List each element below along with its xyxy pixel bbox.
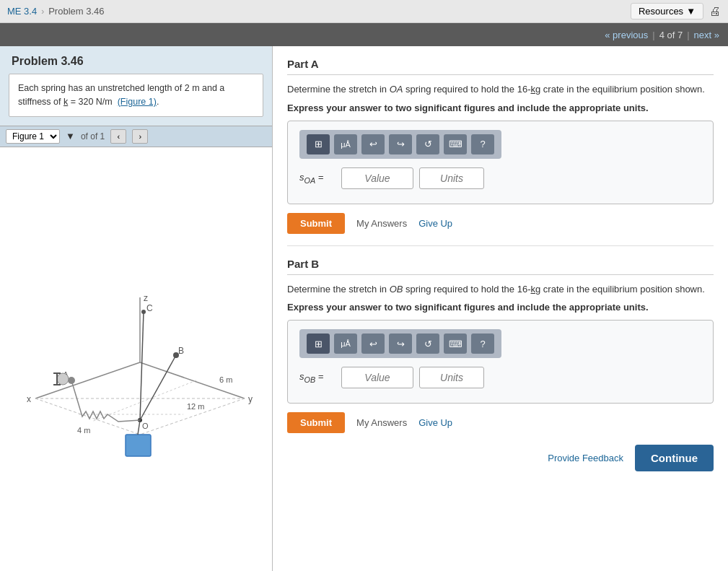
pagination-bar: « previous | 4 of 7 | next » bbox=[0, 23, 728, 46]
part-a-action-row: Submit My Answers Give Up bbox=[287, 213, 714, 234]
next-link[interactable]: next » bbox=[694, 30, 719, 40]
part-b-units-input[interactable] bbox=[419, 367, 484, 388]
svg-text:O: O bbox=[142, 422, 149, 430]
part-b-my-answers-link[interactable]: My Answers bbox=[356, 417, 407, 428]
part-a-description: Determine the stretch in OA spring requi… bbox=[287, 82, 714, 97]
figure-svg-wrapper: z y x O bbox=[0, 147, 272, 572]
svg-text:C: C bbox=[146, 303, 153, 313]
breadcrumb-link[interactable]: ME 3.4 bbox=[7, 6, 37, 17]
bottom-row: Provide Feedback Continue bbox=[287, 445, 714, 471]
part-a-units-input[interactable] bbox=[419, 167, 484, 189]
part-b-action-row: Submit My Answers Give Up bbox=[287, 412, 714, 433]
figure-dropdown-icon: ▼ bbox=[66, 131, 75, 141]
breadcrumb-separator: › bbox=[41, 6, 44, 17]
left-panel: Problem 3.46 Each spring has an unstretc… bbox=[0, 46, 273, 571]
svg-text:z: z bbox=[144, 293, 148, 303]
figure-area: z y x O bbox=[0, 147, 272, 572]
part-b-submit-button[interactable]: Submit bbox=[287, 412, 345, 433]
part-a-section: Part A Determine the stretch in OA sprin… bbox=[287, 58, 714, 234]
svg-line-4 bbox=[35, 362, 140, 398]
problem-description: Each spring has an unstretched length of… bbox=[9, 74, 263, 117]
part-a-title: Part A bbox=[287, 58, 714, 75]
svg-text:x: x bbox=[27, 394, 31, 404]
feedback-link[interactable]: Provide Feedback bbox=[548, 453, 623, 463]
part-b-help-btn[interactable]: ? bbox=[471, 334, 494, 354]
part-a-answer-box: ⊞ μÅ ↩ ↪ ↺ ⌨ ? sOA = bbox=[287, 121, 714, 204]
figure-svg: z y x O bbox=[14, 254, 259, 463]
svg-line-19 bbox=[140, 355, 176, 420]
part-a-give-up-link[interactable]: Give Up bbox=[418, 218, 452, 229]
svg-rect-21 bbox=[126, 435, 151, 456]
part-a-keyboard-btn[interactable]: ⌨ bbox=[444, 134, 467, 154]
part-b-give-up-link[interactable]: Give Up bbox=[418, 417, 452, 428]
part-a-help-btn[interactable]: ? bbox=[471, 134, 494, 154]
part-a-input-row: sOA = bbox=[299, 167, 701, 189]
part-a-my-answers-link[interactable]: My Answers bbox=[356, 218, 407, 229]
part-a-grid-btn[interactable]: ⊞ bbox=[307, 134, 330, 154]
right-panel: Part A Determine the stretch in OA sprin… bbox=[273, 46, 728, 571]
part-b-input-label: sOB = bbox=[299, 371, 336, 384]
part-a-express-note: Express your answer to two significant f… bbox=[287, 103, 714, 113]
desc-eq: = 320 N/m bbox=[68, 97, 113, 107]
svg-text:B: B bbox=[178, 346, 184, 356]
svg-text:4 m: 4 m bbox=[77, 426, 90, 435]
part-b-description: Determine the stretch in OB spring requi… bbox=[287, 282, 714, 297]
continue-button[interactable]: Continue bbox=[635, 445, 714, 471]
part-b-toolbar: ⊞ μÅ ↩ ↪ ↺ ⌨ ? bbox=[299, 329, 501, 358]
part-b-redo-btn[interactable]: ↪ bbox=[389, 334, 412, 354]
main-layout: Problem 3.46 Each spring has an unstretc… bbox=[0, 46, 728, 571]
page-indicator: 4 of 7 bbox=[659, 30, 683, 40]
part-a-input-label: sOA = bbox=[299, 172, 336, 185]
part-a-refresh-btn[interactable]: ↺ bbox=[416, 134, 439, 154]
part-b-answer-box: ⊞ μÅ ↩ ↪ ↺ ⌨ ? sOB = bbox=[287, 320, 714, 404]
figure-of: of of 1 bbox=[81, 131, 105, 141]
figure-controls: Figure 1 ▼ of of 1 ‹ › bbox=[0, 126, 272, 147]
part-a-redo-btn[interactable]: ↪ bbox=[389, 134, 412, 154]
top-nav: ME 3.4 › Problem 3.46 Resources ▼ 🖨 bbox=[0, 0, 728, 23]
part-b-mu-btn[interactable]: μÅ bbox=[334, 334, 357, 354]
part-b-refresh-btn[interactable]: ↺ bbox=[416, 334, 439, 354]
part-divider bbox=[287, 245, 714, 246]
svg-text:12 m: 12 m bbox=[187, 402, 204, 411]
figure-link[interactable]: (Figure 1) bbox=[118, 97, 157, 107]
part-b-input-row: sOB = bbox=[299, 367, 701, 388]
svg-text:6 m: 6 m bbox=[219, 375, 232, 384]
part-b-express-note: Express your answer to two significant f… bbox=[287, 302, 714, 313]
svg-point-26 bbox=[57, 373, 69, 385]
part-a-value-input[interactable] bbox=[341, 167, 413, 189]
problem-title: Problem 3.46 bbox=[0, 46, 272, 74]
part-b-grid-btn[interactable]: ⊞ bbox=[307, 334, 330, 354]
part-b-title: Part B bbox=[287, 258, 714, 275]
part-b-section: Part B Determine the stretch in OB sprin… bbox=[287, 258, 714, 434]
breadcrumb: ME 3.4 › Problem 3.46 bbox=[7, 6, 105, 17]
part-b-undo-btn[interactable]: ↩ bbox=[361, 334, 385, 354]
desc-end: . bbox=[157, 97, 159, 107]
svg-text:y: y bbox=[248, 394, 253, 404]
part-b-value-input[interactable] bbox=[341, 367, 413, 388]
figure-prev-btn[interactable]: ‹ bbox=[110, 129, 126, 144]
top-right-controls: Resources ▼ 🖨 bbox=[631, 3, 721, 19]
part-a-submit-button[interactable]: Submit bbox=[287, 213, 345, 234]
part-a-mu-btn[interactable]: μÅ bbox=[334, 134, 357, 154]
figure-select[interactable]: Figure 1 bbox=[6, 129, 60, 144]
svg-line-22 bbox=[138, 420, 140, 435]
previous-link[interactable]: « previous bbox=[605, 30, 648, 40]
part-a-undo-btn[interactable]: ↩ bbox=[361, 134, 385, 154]
print-icon[interactable]: 🖨 bbox=[709, 5, 721, 18]
resources-button[interactable]: Resources ▼ bbox=[631, 3, 703, 19]
part-b-keyboard-btn[interactable]: ⌨ bbox=[444, 334, 467, 354]
figure-next-btn[interactable]: › bbox=[132, 129, 148, 144]
sep2: | bbox=[687, 30, 689, 40]
part-a-toolbar: ⊞ μÅ ↩ ↪ ↺ ⌨ ? bbox=[299, 130, 501, 159]
breadcrumb-current: Problem 3.46 bbox=[48, 6, 104, 17]
sep1: | bbox=[652, 30, 654, 40]
